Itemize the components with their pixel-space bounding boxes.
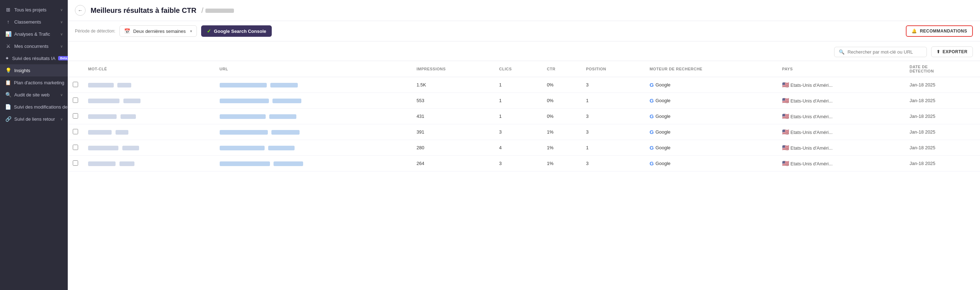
country-name: Etats-Unis d'Améri... <box>791 130 833 135</box>
sidebar-item-plan-actions[interactable]: 📋 Plan d'actions marketing <box>0 77 68 88</box>
th-country: PAYS <box>777 61 905 77</box>
sidebar-item-label: Suivi des résultats IA <box>12 56 55 61</box>
row-keyword <box>83 109 215 124</box>
gsc-label: Google Search Console <box>214 29 266 34</box>
ranking-icon: ↑ <box>5 19 11 25</box>
row-country: 🇺🇸 Etats-Unis d'Améri... <box>777 93 905 109</box>
th-url: URL <box>215 61 412 77</box>
row-checkbox[interactable] <box>73 145 78 150</box>
row-impressions: 1.5K <box>412 77 494 93</box>
recomm-icon: 🔔 <box>912 29 917 34</box>
export-button[interactable]: ⬆ EXPORTER <box>931 46 973 57</box>
country-name: Etats-Unis d'Améri... <box>791 145 833 151</box>
row-impressions: 553 <box>412 93 494 109</box>
link-icon: 🔗 <box>5 116 11 122</box>
row-clics: 3 <box>494 124 542 140</box>
row-keyword <box>83 77 215 93</box>
row-url <box>215 109 412 124</box>
table-toolbar: 🔍 ⬆ EXPORTER <box>68 42 980 61</box>
export-icon: ⬆ <box>937 49 940 54</box>
chevron-down-icon: ∨ <box>60 8 63 12</box>
row-search-engine: G Google <box>644 140 777 156</box>
table-row: 391 3 1% 3 G Google 🇺🇸 Etats-Unis d'Amér… <box>68 124 980 140</box>
flag-icon: 🇺🇸 <box>782 98 789 104</box>
sidebar-item-suivi-ia[interactable]: ✦ Suivi des résultats IA Beta ∨ <box>0 52 68 64</box>
row-url <box>215 140 412 156</box>
th-ctr: CTR <box>542 61 581 77</box>
gsc-button[interactable]: ✓ Google Search Console <box>201 26 272 37</box>
table-area: 🔍 ⬆ EXPORTER MOT-CLÉ URL IMPRESSIONS CLI… <box>68 42 980 290</box>
row-search-engine: G Google <box>644 124 777 140</box>
sidebar-item-label: Insights <box>14 68 63 73</box>
row-position: 3 <box>581 77 644 93</box>
row-country: 🇺🇸 Etats-Unis d'Améri... <box>777 156 905 171</box>
row-checkbox-cell[interactable] <box>68 156 83 171</box>
back-button[interactable]: ← <box>75 5 86 16</box>
search-input[interactable] <box>847 49 922 54</box>
recommendations-button[interactable]: 🔔 RECOMMANDATIONS <box>906 26 973 37</box>
row-impressions: 280 <box>412 140 494 156</box>
row-ctr: 0% <box>542 93 581 109</box>
row-ctr: 1% <box>542 140 581 156</box>
google-icon: G <box>649 82 654 88</box>
th-impressions: IMPRESSIONS <box>412 61 494 77</box>
th-clics: CLICS <box>494 61 542 77</box>
search-icon: 🔍 <box>839 49 845 54</box>
check-icon: ✓ <box>207 28 211 34</box>
row-impressions: 264 <box>412 156 494 171</box>
row-country: 🇺🇸 Etats-Unis d'Améri... <box>777 124 905 140</box>
flag-icon: 🇺🇸 <box>782 82 789 88</box>
row-checkbox[interactable] <box>73 113 78 119</box>
row-clics: 4 <box>494 140 542 156</box>
sidebar-item-insights[interactable]: 💡 Insights <box>0 64 68 77</box>
row-checkbox[interactable] <box>73 129 78 134</box>
row-checkbox-cell[interactable] <box>68 140 83 156</box>
row-search-engine: G Google <box>644 156 777 171</box>
row-clics: 1 <box>494 77 542 93</box>
row-keyword <box>83 124 215 140</box>
row-url <box>215 124 412 140</box>
row-checkbox-cell[interactable] <box>68 77 83 93</box>
recomm-label: RECOMMANDATIONS <box>920 29 967 34</box>
page-icon: 📄 <box>5 104 11 110</box>
row-checkbox-cell[interactable] <box>68 93 83 109</box>
filterbar: Période de détection: 📅 Deux dernières s… <box>68 21 980 42</box>
row-position: 3 <box>581 156 644 171</box>
row-checkbox[interactable] <box>73 98 78 103</box>
engine-name: Google <box>655 145 670 151</box>
google-icon: G <box>649 145 654 151</box>
row-ctr: 0% <box>542 77 581 93</box>
row-url <box>215 156 412 171</box>
engine-name: Google <box>655 161 670 166</box>
period-value: Deux dernières semaines <box>133 29 185 34</box>
sidebar-item-suivi-modifs[interactable]: 📄 Suivi des modifications de page <box>0 101 68 113</box>
sidebar-item-label: Classements <box>14 19 57 25</box>
row-keyword <box>83 140 215 156</box>
th-search-engine: MOTEUR DE RECHERCHE <box>644 61 777 77</box>
row-country: 🇺🇸 Etats-Unis d'Améri... <box>777 77 905 93</box>
table-row: 280 4 1% 1 G Google 🇺🇸 Etats-Unis d'Amér… <box>68 140 980 156</box>
chevron-down-icon: ∨ <box>60 44 63 48</box>
row-country: 🇺🇸 Etats-Unis d'Améri... <box>777 140 905 156</box>
search-box[interactable]: 🔍 <box>834 47 927 57</box>
sidebar-item-analyses[interactable]: 📊 Analyses & Trafic ∨ <box>0 28 68 40</box>
row-checkbox-cell[interactable] <box>68 124 83 140</box>
row-checkbox[interactable] <box>73 82 78 87</box>
sidebar-item-concurrents[interactable]: ⚔ Mes concurrents ∨ <box>0 40 68 52</box>
row-checkbox-cell[interactable] <box>68 109 83 124</box>
th-checkbox <box>68 61 83 77</box>
chevron-down-icon: ∨ <box>60 20 63 24</box>
sidebar-item-suivi-liens[interactable]: 🔗 Suivi de liens retour ∨ <box>0 113 68 125</box>
row-position: 1 <box>581 140 644 156</box>
row-checkbox[interactable] <box>73 160 78 166</box>
export-label: EXPORTER <box>943 49 967 54</box>
row-country: 🇺🇸 Etats-Unis d'Améri... <box>777 109 905 124</box>
row-url <box>215 93 412 109</box>
sidebar-item-tous-projets[interactable]: ⊞ Tous les projets ∨ <box>0 3 68 16</box>
sidebar-item-audit[interactable]: 🔍 Audit de site web ∨ <box>0 88 68 101</box>
sidebar-item-classements[interactable]: ↑ Classements ∨ <box>0 16 68 28</box>
google-icon: G <box>649 98 654 104</box>
period-select[interactable]: 📅 Deux dernières semaines ▾ <box>119 26 197 37</box>
table-row: 431 1 0% 3 G Google 🇺🇸 Etats-Unis d'Amér… <box>68 109 980 124</box>
row-search-engine: G Google <box>644 93 777 109</box>
